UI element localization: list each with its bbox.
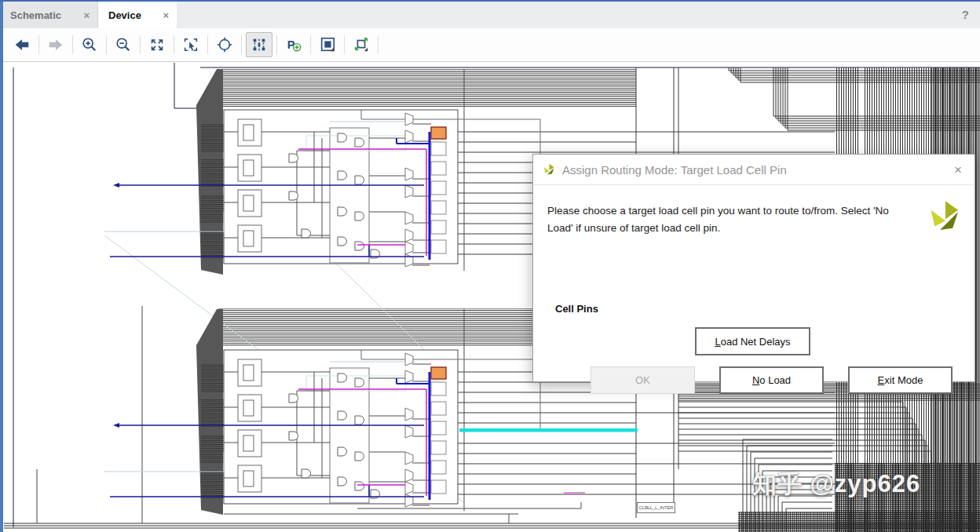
tab-device-close-icon[interactable]: × bbox=[163, 10, 169, 20]
cell-drc-expand-button[interactable] bbox=[349, 33, 374, 56]
help-icon[interactable]: ? bbox=[962, 8, 969, 21]
vivado-device-window: Schematic × Device × ? bbox=[0, 0, 980, 532]
autofit-selection-button[interactable] bbox=[212, 33, 237, 56]
dialog-titlebar: Assign Routing Mode: Target Load Cell Pi… bbox=[533, 155, 975, 185]
vivado-logo-large-icon bbox=[927, 199, 964, 235]
draw-pblock-button[interactable] bbox=[315, 33, 340, 56]
routing-resources-toggle[interactable] bbox=[246, 32, 272, 57]
tab-schematic-label: Schematic bbox=[10, 9, 61, 21]
zoom-in-button[interactable] bbox=[77, 33, 102, 56]
forward-icon bbox=[47, 36, 64, 53]
zoom-out-button[interactable] bbox=[111, 33, 136, 56]
dialog-close-icon[interactable]: × bbox=[951, 162, 965, 178]
zoom-to-selection-icon bbox=[182, 36, 199, 53]
tab-device-label: Device bbox=[108, 9, 141, 21]
draw-pblock-icon bbox=[319, 36, 336, 53]
autofit-selection-icon bbox=[216, 36, 233, 53]
tab-device[interactable]: Device × bbox=[98, 2, 177, 28]
no-load-button[interactable]: No Load bbox=[719, 366, 824, 394]
load-net-delays-button[interactable]: Load Net Delays bbox=[695, 327, 810, 355]
window-left-border bbox=[0, 2, 3, 532]
cell-pins-label: Cell Pins bbox=[555, 303, 598, 315]
device-toolbar: P bbox=[0, 28, 980, 62]
tab-schematic[interactable]: Schematic × bbox=[0, 2, 98, 28]
routing-resources-icon bbox=[250, 36, 268, 53]
vivado-logo-icon bbox=[543, 163, 556, 177]
zoom-fit-icon bbox=[148, 36, 166, 53]
add-pblock-button[interactable]: P bbox=[281, 33, 306, 56]
zoom-in-icon bbox=[81, 36, 98, 53]
add-pblock-icon: P bbox=[285, 36, 302, 53]
dialog-title: Assign Routing Mode: Target Load Cell Pi… bbox=[562, 163, 951, 177]
ok-button: OK bbox=[591, 366, 695, 394]
zoom-to-selection-button[interactable] bbox=[178, 33, 203, 56]
view-tabbar: Schematic × Device × ? bbox=[0, 2, 980, 28]
watermark: 知乎 @zyp626 bbox=[752, 468, 920, 501]
assign-routing-mode-dialog: Assign Routing Mode: Target Load Cell Pi… bbox=[532, 154, 975, 382]
cell-drc-expand-icon bbox=[353, 36, 370, 53]
exit-mode-button[interactable]: Exit Mode bbox=[848, 366, 953, 394]
dialog-body: Please choose a target load cell pin you… bbox=[533, 185, 975, 383]
back-icon bbox=[13, 36, 31, 53]
tab-schematic-close-icon[interactable]: × bbox=[83, 10, 90, 20]
zoom-fit-button[interactable] bbox=[144, 33, 170, 56]
zoom-out-icon bbox=[115, 36, 132, 53]
forward-button bbox=[43, 33, 68, 56]
back-button[interactable] bbox=[9, 33, 35, 56]
window-accent-border bbox=[0, 0, 980, 2]
tile-label: CLBLL_L_INTER bbox=[637, 502, 675, 513]
dialog-message: Please choose a target load cell pin you… bbox=[547, 202, 915, 236]
